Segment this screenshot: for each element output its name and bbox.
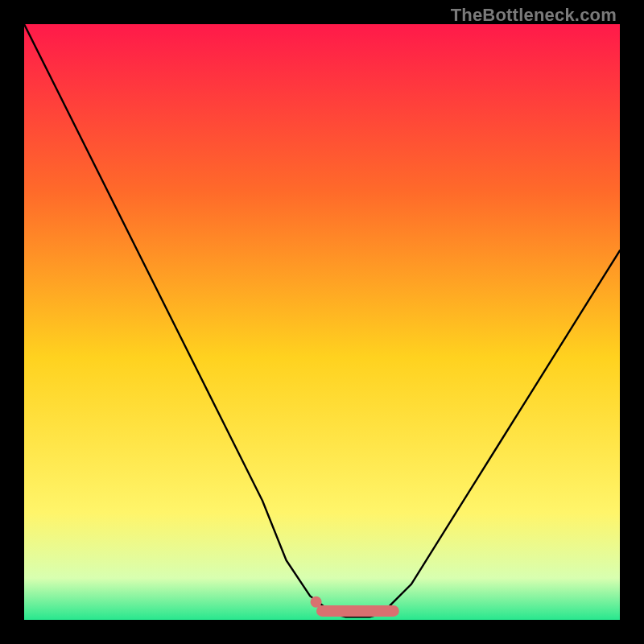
watermark-text: TheBottleneck.com: [451, 5, 617, 26]
bottleneck-curve: [24, 24, 620, 617]
chart-frame: TheBottleneck.com: [0, 0, 644, 644]
marker-dot: [311, 597, 322, 608]
plot-area: [24, 24, 620, 620]
curve-layer: [24, 24, 620, 620]
